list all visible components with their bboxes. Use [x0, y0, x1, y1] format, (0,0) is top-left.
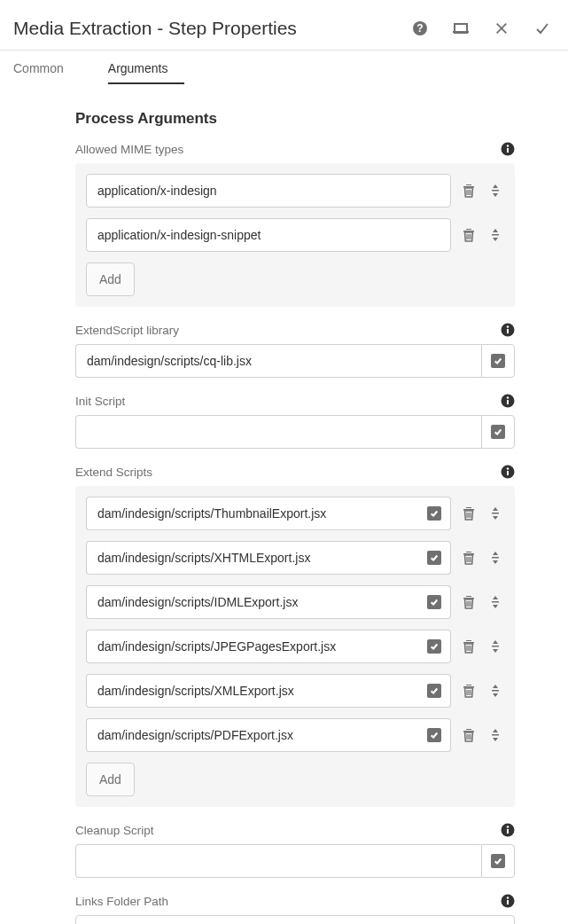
- svg-text:?: ?: [416, 22, 423, 35]
- done-icon[interactable]: [534, 20, 550, 36]
- svg-marker-35: [493, 516, 498, 520]
- script-row: [86, 630, 504, 663]
- close-icon[interactable]: [494, 20, 510, 36]
- info-icon[interactable]: [501, 823, 515, 837]
- script-input[interactable]: [86, 541, 426, 575]
- reorder-icon[interactable]: [486, 549, 504, 567]
- reorder-icon[interactable]: [486, 505, 504, 522]
- field-init-script: Init Script: [75, 394, 515, 449]
- svg-marker-14: [493, 193, 498, 197]
- cleanup-script-label: Cleanup Script: [75, 824, 154, 837]
- field-cleanup-script: Cleanup Script: [75, 823, 515, 878]
- script-row: [86, 674, 504, 708]
- tab-common[interactable]: Common: [13, 50, 80, 84]
- delete-icon[interactable]: [460, 726, 478, 744]
- svg-marker-57: [493, 685, 498, 688]
- field-links-folder-path: Links Folder Path: [75, 894, 515, 924]
- help-icon[interactable]: ?: [412, 20, 428, 36]
- picker-toggle[interactable]: [417, 630, 451, 663]
- picker-toggle[interactable]: [417, 585, 451, 619]
- picker-toggle[interactable]: [417, 541, 451, 575]
- svg-point-23: [507, 325, 509, 327]
- script-input[interactable]: [86, 585, 426, 619]
- dialog-header: Media Extraction - Step Properties ?: [0, 0, 568, 51]
- mime-input[interactable]: [86, 218, 451, 252]
- picker-toggle[interactable]: [481, 415, 515, 449]
- svg-marker-18: [493, 229, 498, 232]
- picker-toggle[interactable]: [481, 344, 515, 378]
- svg-marker-63: [493, 729, 498, 732]
- extend-scripts-multibox: Add: [75, 486, 515, 807]
- svg-point-29: [507, 467, 509, 469]
- svg-marker-41: [493, 560, 498, 564]
- reorder-icon[interactable]: [486, 726, 504, 744]
- svg-point-8: [507, 145, 509, 146]
- svg-rect-28: [507, 471, 509, 475]
- svg-point-68: [507, 826, 509, 827]
- svg-marker-65: [493, 738, 498, 741]
- script-input[interactable]: [86, 497, 426, 530]
- init-script-label: Init Script: [75, 395, 125, 408]
- reorder-icon[interactable]: [486, 182, 504, 200]
- svg-rect-22: [507, 329, 509, 333]
- extendscript-library-row: [75, 344, 515, 378]
- add-mime-button[interactable]: Add: [86, 262, 135, 296]
- mime-input[interactable]: [86, 174, 451, 208]
- delete-icon[interactable]: [460, 638, 478, 655]
- script-row: [86, 718, 504, 752]
- svg-marker-20: [493, 238, 498, 241]
- reorder-icon[interactable]: [486, 593, 504, 611]
- reorder-icon[interactable]: [486, 682, 504, 700]
- cleanup-script-input[interactable]: [75, 844, 481, 878]
- header-actions: ?: [412, 20, 550, 36]
- svg-rect-67: [507, 829, 509, 834]
- svg-rect-46: [492, 601, 499, 603]
- info-icon[interactable]: [501, 323, 515, 337]
- links-folder-path-input[interactable]: [75, 915, 515, 924]
- extendscript-library-label: ExtendScript library: [75, 324, 179, 337]
- mime-row: [86, 218, 504, 252]
- section-title: Process Arguments: [75, 110, 515, 128]
- script-input[interactable]: [86, 674, 426, 708]
- script-input[interactable]: [86, 630, 426, 663]
- info-icon[interactable]: [501, 894, 515, 908]
- svg-rect-52: [492, 646, 499, 647]
- tab-arguments[interactable]: Arguments: [108, 50, 184, 84]
- script-row: [86, 497, 504, 530]
- picker-toggle[interactable]: [417, 674, 451, 708]
- cleanup-script-row: [75, 844, 515, 878]
- delete-icon[interactable]: [460, 593, 478, 611]
- svg-marker-53: [493, 649, 498, 653]
- delete-icon[interactable]: [460, 549, 478, 567]
- svg-rect-25: [507, 400, 509, 404]
- svg-marker-47: [493, 605, 498, 608]
- info-icon[interactable]: [501, 465, 515, 479]
- delete-icon[interactable]: [460, 226, 478, 244]
- info-icon[interactable]: [501, 394, 515, 408]
- svg-marker-45: [493, 596, 498, 599]
- links-folder-path-label: Links Folder Path: [75, 895, 168, 908]
- mime-row: [86, 174, 504, 208]
- picker-toggle[interactable]: [481, 844, 515, 878]
- info-icon[interactable]: [501, 142, 515, 156]
- svg-rect-13: [492, 190, 499, 192]
- svg-point-26: [507, 396, 509, 398]
- picker-toggle[interactable]: [417, 497, 451, 530]
- fullscreen-icon[interactable]: [453, 20, 469, 36]
- script-row: [86, 585, 504, 619]
- add-script-button[interactable]: Add: [86, 763, 135, 796]
- allowed-mime-multibox: Add: [75, 163, 515, 307]
- svg-rect-7: [507, 148, 509, 153]
- delete-icon[interactable]: [460, 182, 478, 200]
- allowed-mime-label: Allowed MIME types: [75, 143, 183, 156]
- script-input[interactable]: [86, 718, 426, 752]
- delete-icon[interactable]: [460, 682, 478, 700]
- svg-rect-34: [492, 513, 499, 514]
- init-script-input[interactable]: [75, 415, 481, 449]
- delete-icon[interactable]: [460, 505, 478, 522]
- picker-toggle[interactable]: [417, 718, 451, 752]
- reorder-icon[interactable]: [486, 638, 504, 655]
- extendscript-library-input[interactable]: [75, 344, 481, 378]
- reorder-icon[interactable]: [486, 226, 504, 244]
- svg-marker-59: [493, 693, 498, 697]
